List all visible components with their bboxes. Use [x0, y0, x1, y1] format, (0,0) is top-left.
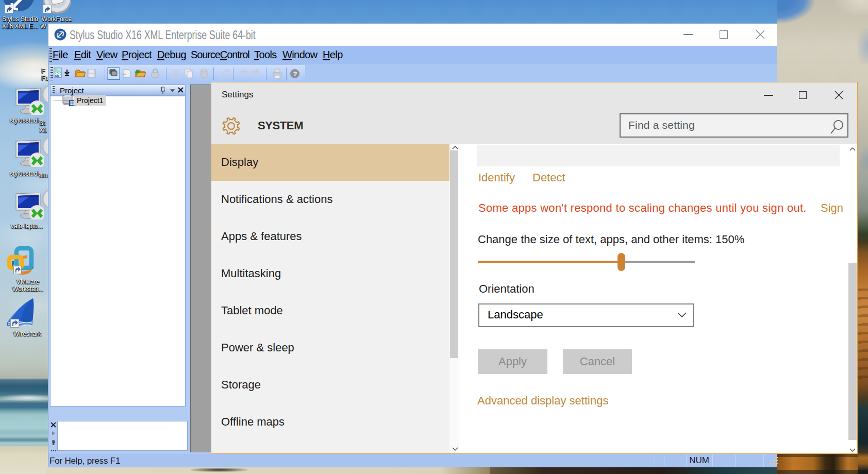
- svg-text:?: ?: [293, 70, 297, 78]
- svg-text:xq: xq: [55, 73, 59, 78]
